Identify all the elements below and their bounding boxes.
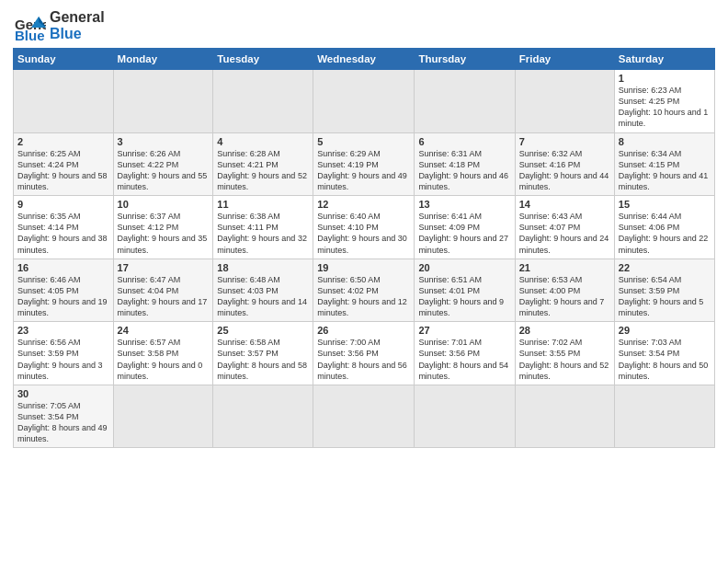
calendar-week-row: 30Sunrise: 7:05 AM Sunset: 3:54 PM Dayli… [14, 385, 715, 448]
day-info: Sunrise: 7:05 AM Sunset: 3:54 PM Dayligh… [17, 400, 109, 445]
calendar-cell: 29Sunrise: 7:03 AM Sunset: 3:54 PM Dayli… [614, 322, 714, 385]
calendar-cell [614, 385, 714, 448]
day-info: Sunrise: 6:38 AM Sunset: 4:11 PM Dayligh… [217, 211, 309, 256]
day-info: Sunrise: 6:56 AM Sunset: 3:59 PM Dayligh… [17, 337, 109, 382]
calendar-week-row: 9Sunrise: 6:35 AM Sunset: 4:14 PM Daylig… [14, 196, 715, 259]
day-info: Sunrise: 7:02 AM Sunset: 3:55 PM Dayligh… [519, 337, 610, 382]
page: General Blue General Blue SundayMondayTu… [0, 0, 728, 563]
day-number: 19 [317, 262, 410, 273]
calendar-cell [515, 385, 614, 448]
weekday-header-thursday: Thursday [415, 49, 515, 70]
calendar-cell: 2Sunrise: 6:25 AM Sunset: 4:24 PM Daylig… [14, 132, 114, 196]
calendar-cell: 9Sunrise: 6:35 AM Sunset: 4:14 PM Daylig… [14, 196, 114, 259]
day-number: 25 [217, 325, 309, 336]
calendar-cell: 1Sunrise: 6:23 AM Sunset: 4:25 PM Daylig… [614, 70, 714, 133]
day-info: Sunrise: 6:58 AM Sunset: 3:57 PM Dayligh… [217, 337, 309, 382]
day-number: 1 [619, 73, 711, 84]
logo: General Blue General Blue [13, 9, 105, 42]
calendar-week-row: 16Sunrise: 6:46 AM Sunset: 4:05 PM Dayli… [14, 259, 715, 322]
day-number: 26 [317, 325, 410, 336]
logo-blue: Blue [50, 26, 105, 42]
day-number: 12 [317, 199, 410, 210]
day-info: Sunrise: 6:57 AM Sunset: 3:58 PM Dayligh… [118, 337, 210, 382]
calendar-cell: 18Sunrise: 6:48 AM Sunset: 4:03 PM Dayli… [213, 259, 313, 322]
day-number: 27 [418, 325, 510, 336]
calendar-cell: 14Sunrise: 6:43 AM Sunset: 4:07 PM Dayli… [515, 196, 614, 259]
calendar-cell: 13Sunrise: 6:41 AM Sunset: 4:09 PM Dayli… [415, 196, 515, 259]
calendar-cell: 22Sunrise: 6:54 AM Sunset: 3:59 PM Dayli… [614, 259, 714, 322]
day-number: 21 [519, 262, 610, 273]
day-info: Sunrise: 6:41 AM Sunset: 4:09 PM Dayligh… [418, 211, 510, 256]
day-info: Sunrise: 6:31 AM Sunset: 4:18 PM Dayligh… [418, 148, 510, 193]
calendar-table: SundayMondayTuesdayWednesdayThursdayFrid… [13, 48, 715, 448]
day-info: Sunrise: 6:50 AM Sunset: 4:02 PM Dayligh… [317, 274, 410, 319]
calendar-week-row: 2Sunrise: 6:25 AM Sunset: 4:24 PM Daylig… [14, 132, 715, 196]
day-number: 10 [118, 199, 210, 210]
day-info: Sunrise: 6:34 AM Sunset: 4:15 PM Dayligh… [619, 148, 711, 193]
calendar-cell: 28Sunrise: 7:02 AM Sunset: 3:55 PM Dayli… [515, 322, 614, 385]
day-info: Sunrise: 6:35 AM Sunset: 4:14 PM Dayligh… [17, 211, 109, 256]
calendar-cell: 3Sunrise: 6:26 AM Sunset: 4:22 PM Daylig… [113, 132, 213, 196]
calendar-cell [213, 70, 313, 133]
calendar-cell: 21Sunrise: 6:53 AM Sunset: 4:00 PM Dayli… [515, 259, 614, 322]
day-number: 17 [118, 262, 210, 273]
day-info: Sunrise: 6:43 AM Sunset: 4:07 PM Dayligh… [519, 211, 610, 256]
calendar-cell [113, 70, 213, 133]
calendar-cell [14, 70, 114, 133]
calendar-cell [313, 70, 415, 133]
day-number: 22 [619, 262, 711, 273]
calendar-week-row: 1Sunrise: 6:23 AM Sunset: 4:25 PM Daylig… [14, 70, 715, 133]
calendar-cell [313, 385, 415, 448]
day-number: 23 [17, 325, 109, 336]
day-info: Sunrise: 6:48 AM Sunset: 4:03 PM Dayligh… [217, 274, 309, 319]
day-info: Sunrise: 7:03 AM Sunset: 3:54 PM Dayligh… [619, 337, 711, 382]
day-number: 18 [217, 262, 309, 273]
calendar-cell: 30Sunrise: 7:05 AM Sunset: 3:54 PM Dayli… [14, 385, 114, 448]
calendar-cell: 11Sunrise: 6:38 AM Sunset: 4:11 PM Dayli… [213, 196, 313, 259]
day-number: 8 [619, 136, 711, 147]
calendar-cell: 17Sunrise: 6:47 AM Sunset: 4:04 PM Dayli… [113, 259, 213, 322]
day-number: 30 [17, 388, 109, 399]
day-info: Sunrise: 6:28 AM Sunset: 4:21 PM Dayligh… [217, 148, 309, 193]
day-number: 14 [519, 199, 610, 210]
weekday-header-monday: Monday [113, 49, 213, 70]
calendar-cell [213, 385, 313, 448]
calendar-cell: 7Sunrise: 6:32 AM Sunset: 4:16 PM Daylig… [515, 132, 614, 196]
day-number: 11 [217, 199, 309, 210]
day-number: 4 [217, 136, 309, 147]
day-info: Sunrise: 6:47 AM Sunset: 4:04 PM Dayligh… [118, 274, 210, 319]
calendar-cell: 5Sunrise: 6:29 AM Sunset: 4:19 PM Daylig… [313, 132, 415, 196]
calendar-cell: 15Sunrise: 6:44 AM Sunset: 4:06 PM Dayli… [614, 196, 714, 259]
calendar-header-row: SundayMondayTuesdayWednesdayThursdayFrid… [14, 49, 715, 70]
svg-text:Blue: Blue [15, 28, 45, 42]
calendar-cell: 25Sunrise: 6:58 AM Sunset: 3:57 PM Dayli… [213, 322, 313, 385]
day-number: 3 [118, 136, 210, 147]
day-info: Sunrise: 6:46 AM Sunset: 4:05 PM Dayligh… [17, 274, 109, 319]
calendar-cell: 16Sunrise: 6:46 AM Sunset: 4:05 PM Dayli… [14, 259, 114, 322]
day-number: 5 [317, 136, 410, 147]
weekday-header-wednesday: Wednesday [313, 49, 415, 70]
calendar-cell: 12Sunrise: 6:40 AM Sunset: 4:10 PM Dayli… [313, 196, 415, 259]
calendar-week-row: 23Sunrise: 6:56 AM Sunset: 3:59 PM Dayli… [14, 322, 715, 385]
day-number: 2 [17, 136, 109, 147]
logo-icon: General Blue [13, 9, 46, 42]
calendar-cell [415, 385, 515, 448]
calendar-cell: 20Sunrise: 6:51 AM Sunset: 4:01 PM Dayli… [415, 259, 515, 322]
day-info: Sunrise: 6:44 AM Sunset: 4:06 PM Dayligh… [619, 211, 711, 256]
day-number: 6 [418, 136, 510, 147]
header: General Blue General Blue [13, 9, 715, 42]
day-info: Sunrise: 7:00 AM Sunset: 3:56 PM Dayligh… [317, 337, 410, 382]
day-info: Sunrise: 6:51 AM Sunset: 4:01 PM Dayligh… [418, 274, 510, 319]
day-info: Sunrise: 6:37 AM Sunset: 4:12 PM Dayligh… [118, 211, 210, 256]
day-number: 24 [118, 325, 210, 336]
day-info: Sunrise: 7:01 AM Sunset: 3:56 PM Dayligh… [418, 337, 510, 382]
calendar-cell: 6Sunrise: 6:31 AM Sunset: 4:18 PM Daylig… [415, 132, 515, 196]
day-info: Sunrise: 6:26 AM Sunset: 4:22 PM Dayligh… [118, 148, 210, 193]
calendar-cell: 23Sunrise: 6:56 AM Sunset: 3:59 PM Dayli… [14, 322, 114, 385]
calendar-cell: 19Sunrise: 6:50 AM Sunset: 4:02 PM Dayli… [313, 259, 415, 322]
day-info: Sunrise: 6:53 AM Sunset: 4:00 PM Dayligh… [519, 274, 610, 319]
weekday-header-sunday: Sunday [14, 49, 114, 70]
calendar-cell [515, 70, 614, 133]
day-number: 9 [17, 199, 109, 210]
day-number: 28 [519, 325, 610, 336]
